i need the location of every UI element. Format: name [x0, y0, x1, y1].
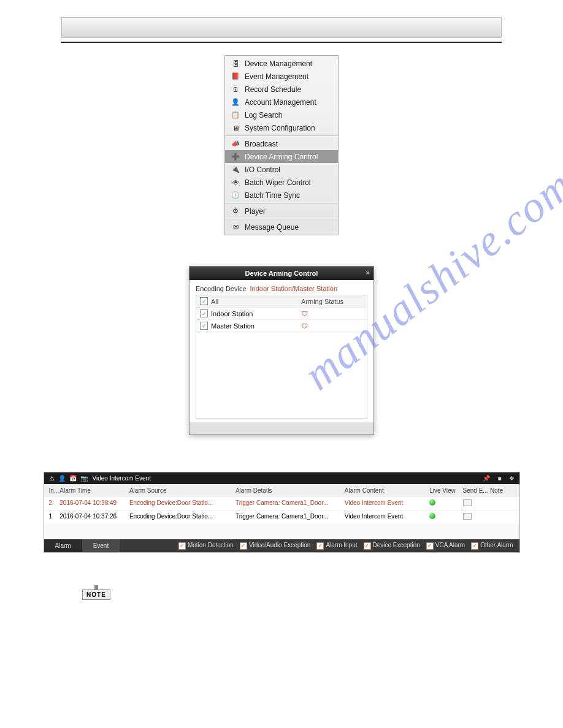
check-icon: ✓ — [178, 542, 186, 550]
filter-label: Alarm Input — [326, 542, 357, 548]
col-alarm-source[interactable]: Alarm Source — [129, 487, 236, 494]
table-row[interactable]: 22016-07-04 10:38:49Encoding Device:Door… — [44, 496, 519, 510]
check-icon: ✓ — [316, 542, 324, 550]
col-alarm-details[interactable]: Alarm Details — [236, 487, 345, 494]
col-alarm-content[interactable]: Alarm Content — [345, 487, 429, 494]
col-note[interactable]: Note — [490, 487, 515, 494]
filter-alarm-input[interactable]: ✓Alarm Input — [316, 542, 357, 550]
checkbox[interactable]: ✓ — [200, 309, 208, 317]
menu-item-label: Record Schedule — [245, 85, 301, 94]
cell-index: 2 — [49, 499, 60, 507]
cell-details: Trigger Camera: Camera1_Door... — [236, 513, 345, 521]
col-send-email[interactable]: Send E... — [463, 487, 490, 494]
envelope-icon[interactable] — [463, 513, 472, 520]
cell-live-view — [429, 499, 462, 507]
cell-details: Trigger Camera: Camera1_Door... — [236, 499, 345, 507]
table-row[interactable]: ✓Indoor Station🛡 — [196, 308, 367, 320]
envelope-icon[interactable] — [463, 499, 472, 506]
dialog-title: Device Arming Control — [245, 270, 318, 277]
event-button[interactable]: Event — [82, 539, 120, 552]
check-icon: ✓ — [240, 542, 247, 550]
popout-icon[interactable]: ■ — [497, 475, 501, 482]
filter-other-alarm[interactable]: ✓Other Alarm — [471, 542, 513, 550]
play-icon[interactable] — [429, 499, 435, 506]
armed-icon: 🛡 — [301, 310, 308, 317]
cell-send-email — [463, 499, 490, 507]
header-rule — [61, 42, 502, 43]
checkbox[interactable]: ✓ — [200, 322, 208, 330]
menu-item-batch-time-sync[interactable]: 🕒Batch Time Sync — [225, 189, 338, 202]
menu-separator — [225, 135, 338, 136]
menu-item-label: Account Management — [245, 98, 316, 107]
menu-item-label: Message Queue — [245, 223, 299, 232]
tools-menu: 🗄Device Management📕Event Management🗓Reco… — [224, 55, 339, 235]
alarm-button[interactable]: Alarm — [44, 539, 82, 552]
menu-separator — [225, 203, 338, 203]
filter-device-exception[interactable]: ✓Device Exception — [364, 542, 420, 550]
menu-item-system-configuration[interactable]: 🖥System Configuration — [225, 121, 338, 134]
cell-content: Video Intercom Event — [345, 513, 429, 521]
table-row[interactable]: ✓Master Station🛡 — [196, 320, 367, 332]
log-icon: 📋 — [230, 110, 241, 119]
header-bar — [61, 17, 502, 38]
menu-item-device-management[interactable]: 🗄Device Management — [225, 57, 338, 70]
menu-item-record-schedule[interactable]: 🗓Record Schedule — [225, 83, 338, 96]
tab-encoding-device[interactable]: Encoding Device — [196, 285, 247, 292]
menu-item-event-management[interactable]: 📕Event Management — [225, 70, 338, 83]
menu-item-broadcast[interactable]: 📣Broadcast — [225, 137, 338, 150]
user-icon: 👤 — [58, 475, 66, 482]
calendar-icon: 📅 — [69, 475, 77, 482]
io-icon: 🔌 — [230, 165, 241, 174]
filter-label: Other Alarm — [480, 542, 513, 548]
schedule-icon: 🗓 — [230, 85, 241, 94]
menu-item-log-search[interactable]: 📋Log Search — [225, 108, 338, 121]
device-arming-dialog: Device Arming Control × Encoding Device … — [189, 266, 374, 435]
menu-item-device-arming-control[interactable]: ➕Device Arming Control — [225, 150, 338, 163]
menu-item-label: Log Search — [245, 111, 282, 119]
col-device-header: All — [211, 298, 218, 305]
broadcast-icon: 📣 — [230, 139, 241, 148]
col-alarm-time[interactable]: Alarm Time — [59, 487, 129, 494]
event-gap — [44, 523, 519, 539]
queue-icon: ✉ — [230, 222, 241, 232]
event-panel: ⚠ 👤 📅 📷 Video Intercom Event 📌 ■ ❖ In...… — [44, 472, 520, 553]
col-live-view[interactable]: Live View — [429, 487, 462, 494]
dialog-title-bar: Device Arming Control × — [190, 267, 373, 280]
menu-item-batch-wiper-control[interactable]: 👁Batch Wiper Control — [225, 176, 338, 189]
collapse-icon[interactable]: ❖ — [509, 475, 515, 482]
player-icon: ⚙ — [230, 207, 241, 216]
event-panel-title: Video Intercom Event — [93, 475, 151, 482]
filter-motion-detection[interactable]: ✓Motion Detection — [178, 542, 234, 550]
menu-item-message-queue[interactable]: ✉Message Queue — [225, 221, 338, 233]
menu-item-i-o-control[interactable]: 🔌I/O Control — [225, 163, 338, 176]
cell-send-email — [463, 513, 490, 521]
checkbox-all[interactable]: ✓ — [200, 297, 208, 305]
filter-video-audio-exception[interactable]: ✓Video/Audio Exception — [240, 542, 310, 550]
cell-time: 2016-07-04 10:37:26 — [59, 513, 129, 521]
table-row[interactable]: 12016-07-04 10:37:26Encoding Device:Door… — [44, 510, 519, 523]
menu-item-player[interactable]: ⚙Player — [225, 205, 338, 218]
cell-content: Video Intercom Event — [345, 499, 429, 507]
filter-vca-alarm[interactable]: ✓VCA Alarm — [426, 542, 465, 550]
filter-label: Video/Audio Exception — [249, 542, 310, 548]
table-empty-area — [196, 332, 367, 418]
menu-item-label: Broadcast — [245, 140, 278, 148]
armed-icon: 🛡 — [301, 322, 308, 330]
play-icon[interactable] — [429, 513, 435, 519]
col-index[interactable]: In... — [49, 487, 60, 494]
menu-separator — [225, 219, 338, 219]
tab-indoor-master-station[interactable]: Indoor Station/Master Station — [250, 285, 337, 292]
menu-item-label: System Configuration — [245, 124, 315, 132]
pin-icon[interactable]: 📌 — [483, 475, 490, 482]
menu-item-label: I/O Control — [245, 165, 280, 174]
filter-label: VCA Alarm — [435, 542, 465, 548]
filter-label: Motion Detection — [188, 542, 234, 548]
cell-source: Encoding Device:Door Statio... — [129, 499, 236, 507]
filter-label: Device Exception — [373, 542, 420, 548]
alert-icon: ⚠ — [49, 475, 55, 482]
time-icon: 🕒 — [230, 191, 241, 200]
menu-item-account-management[interactable]: 👤Account Management — [225, 96, 338, 108]
device-icon: 🗄 — [230, 59, 241, 68]
cell-index: 1 — [49, 513, 60, 521]
close-icon[interactable]: × — [366, 269, 370, 276]
